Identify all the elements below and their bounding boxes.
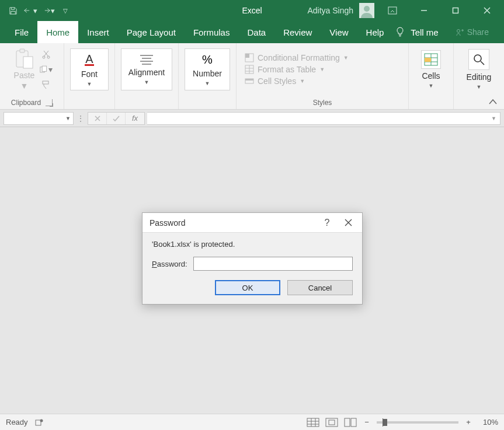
conditional-formatting-icon (245, 53, 254, 62)
search-icon (472, 53, 485, 66)
ok-button[interactable]: OK (215, 280, 280, 295)
tab-data[interactable]: Data (238, 21, 274, 43)
ribbon-display-options-icon[interactable] (379, 0, 406, 21)
formula-bar: ▼ ⋮ fx ▼ (0, 110, 504, 127)
chevron-down-icon: ▼ (477, 84, 482, 90)
save-icon[interactable] (6, 4, 20, 18)
formula-input[interactable]: ▼ (147, 112, 500, 125)
cancel-formula-icon[interactable] (88, 113, 107, 124)
page-layout-view-icon[interactable] (325, 418, 338, 427)
app-title: Excel (242, 6, 262, 15)
clipboard-launcher-icon[interactable] (46, 99, 53, 106)
editing-button[interactable]: Editing ▼ (460, 48, 498, 90)
tab-formulas[interactable]: Formulas (185, 21, 239, 43)
conditional-formatting-button[interactable]: Conditional Formatting▼ (242, 53, 349, 62)
undo-button[interactable]: ▾ (23, 4, 37, 18)
status-ready: Ready (6, 418, 28, 426)
cut-icon[interactable] (40, 48, 53, 61)
password-input[interactable] (193, 257, 353, 271)
tab-home[interactable]: Home (37, 21, 78, 43)
cells-label: Cells (422, 71, 440, 81)
svg-rect-27 (245, 79, 253, 81)
password-field-label: Password: (152, 260, 187, 268)
collapse-ribbon-icon[interactable] (489, 99, 497, 104)
maximize-button[interactable] (442, 0, 469, 21)
cell-styles-label: Cell Styles (258, 76, 296, 86)
copy-icon[interactable]: ▾ (40, 63, 53, 76)
svg-point-36 (40, 419, 43, 422)
tab-view[interactable]: View (321, 21, 357, 43)
paste-button[interactable]: Paste ▼ (12, 48, 37, 90)
svg-point-33 (474, 55, 481, 62)
font-label: Font (81, 69, 98, 79)
macro-record-icon[interactable] (35, 418, 43, 426)
name-box[interactable]: ▼ (4, 112, 74, 125)
cells-button[interactable]: Cells ▼ (415, 48, 447, 90)
font-icon: A (82, 52, 97, 67)
group-styles: Conditional Formatting▼ Format as Table▼… (237, 43, 409, 109)
dialog-title: Password (150, 218, 185, 228)
page-break-view-icon[interactable] (344, 418, 357, 427)
format-as-table-button[interactable]: Format as Table▼ (242, 65, 325, 74)
table-icon (245, 65, 254, 74)
qat-customize-icon[interactable]: ▽ (58, 4, 72, 18)
clipboard-group-label: Clipboard (11, 99, 41, 107)
svg-rect-13 (43, 81, 48, 84)
share-label: Share (467, 27, 489, 37)
clipboard-icon (15, 48, 34, 69)
dialog-close-button[interactable] (340, 215, 356, 231)
ribbon: Paste ▼ ▾ Clipboard A Font ▼ Align (0, 43, 504, 110)
ribbon-tabs: File Home Insert Page Layout Formulas Da… (0, 21, 504, 43)
tell-me-search[interactable]: Tell me (411, 27, 447, 37)
svg-rect-21 (245, 54, 249, 58)
enter-formula-icon[interactable] (107, 113, 126, 124)
minimize-button[interactable] (411, 0, 437, 21)
group-alignment: Alignment ▼ (115, 43, 179, 109)
format-painter-icon[interactable] (40, 78, 53, 91)
dialog-message: 'Book1.xlsx' is protected. (152, 240, 353, 249)
zoom-level[interactable]: 10% (478, 418, 498, 426)
svg-line-34 (481, 61, 484, 65)
svg-rect-4 (453, 8, 458, 13)
help-button[interactable]: ? (319, 215, 335, 231)
cell-styles-icon (245, 76, 254, 86)
zoom-slider[interactable] (377, 421, 458, 424)
user-avatar-icon[interactable] (359, 3, 374, 18)
tab-file[interactable]: File (6, 21, 37, 43)
tab-page-layout[interactable]: Page Layout (118, 21, 185, 43)
cancel-button[interactable]: Cancel (287, 280, 353, 295)
zoom-in-button[interactable]: + (464, 418, 472, 426)
lightbulb-icon (395, 27, 405, 37)
tab-help[interactable]: Help (357, 21, 393, 43)
font-button[interactable]: A Font ▼ (70, 48, 109, 90)
status-bar: Ready − + 10% (0, 414, 504, 430)
close-button[interactable] (474, 0, 500, 21)
grip-icon[interactable]: ⋮ (76, 114, 85, 123)
redo-button[interactable]: ▾ (41, 4, 55, 18)
user-name[interactable]: Aditya Singh (307, 6, 353, 15)
group-number: % Number ▼ (179, 43, 237, 109)
tab-insert[interactable]: Insert (78, 21, 118, 43)
svg-rect-15 (85, 64, 94, 66)
number-label: Number (193, 69, 222, 78)
number-button[interactable]: % Number ▼ (185, 48, 230, 90)
chevron-down-icon: ▼ (491, 116, 496, 121)
group-font: A Font ▼ (64, 43, 115, 109)
alignment-icon (139, 54, 154, 65)
zoom-out-button[interactable]: − (363, 418, 371, 426)
chevron-down-icon: ▼ (205, 81, 210, 86)
editing-label: Editing (467, 72, 492, 82)
tab-review[interactable]: Review (274, 21, 321, 43)
title-bar: ▾ ▾ ▽ Excel Aditya Singh (0, 0, 504, 21)
styles-group-label: Styles (313, 99, 332, 107)
chevron-down-icon: ▼ (20, 81, 29, 90)
percent-icon: % (202, 53, 213, 67)
dialog-titlebar[interactable]: Password ? (142, 213, 362, 233)
group-clipboard: Paste ▼ ▾ Clipboard (0, 43, 64, 109)
alignment-button[interactable]: Alignment ▼ (121, 48, 172, 90)
insert-function-button[interactable]: fx (126, 113, 144, 124)
share-button[interactable]: Share (450, 27, 495, 37)
cells-icon (424, 53, 438, 66)
normal-view-icon[interactable] (307, 418, 319, 427)
cell-styles-button[interactable]: Cell Styles▼ (242, 76, 305, 86)
